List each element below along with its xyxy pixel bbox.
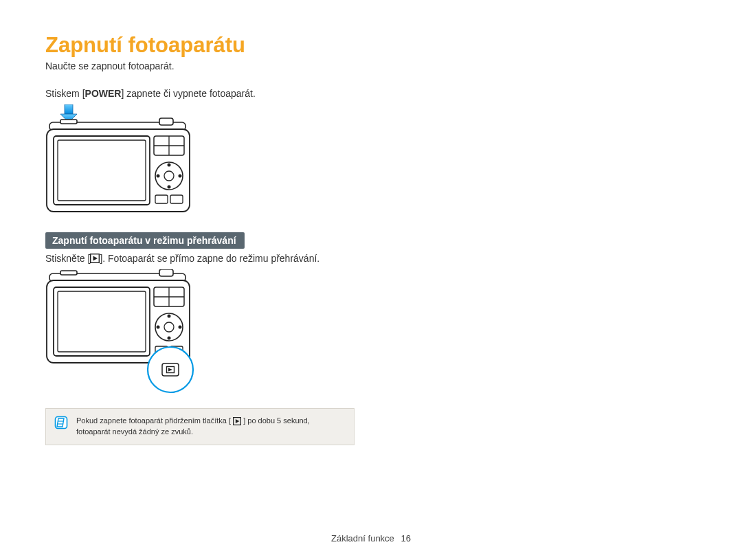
svg-marker-20 (93, 256, 98, 261)
instruction-power: Stiskem [POWER] zapnete či vypnete fotoa… (45, 88, 697, 99)
page-title: Zapnutí fotoaparátu (45, 33, 697, 58)
svg-rect-23 (159, 269, 173, 276)
document-page: Zapnutí fotoaparátu Naučte se zapnout fo… (0, 0, 742, 445)
svg-rect-0 (65, 104, 73, 114)
svg-point-32 (168, 315, 171, 318)
svg-point-12 (164, 171, 174, 181)
svg-point-35 (179, 326, 182, 329)
callout-note: Pokud zapnete fotoaparát přidržením tlač… (45, 408, 355, 445)
play-icon (233, 417, 241, 425)
svg-rect-17 (155, 195, 168, 203)
footer-page-number: 16 (401, 533, 410, 544)
svg-point-15 (157, 175, 160, 178)
instruction-playback: Stiskněte [ ]. Fotoaparát se přímo zapne… (45, 253, 697, 264)
instruction-pre: Stiskem [ (45, 88, 85, 99)
svg-rect-7 (58, 140, 146, 201)
callout-pre: Pokud zapnete fotoaparát přidržením tlač… (76, 416, 231, 425)
svg-rect-26 (58, 291, 146, 352)
instruction-bold: POWER (85, 88, 122, 99)
svg-point-33 (168, 337, 171, 340)
svg-point-13 (168, 164, 171, 167)
svg-point-31 (164, 322, 174, 332)
camera-illustration-2 (45, 269, 697, 399)
subheading-playback: Zapnutí fotoaparátu v režimu přehrávání (45, 232, 245, 249)
instruction2-pre: Stiskněte [ (45, 253, 90, 264)
svg-rect-4 (159, 118, 173, 125)
svg-rect-18 (170, 195, 183, 203)
svg-marker-47 (236, 419, 240, 423)
play-icon (90, 254, 100, 263)
svg-point-16 (179, 175, 182, 178)
svg-point-14 (168, 186, 171, 189)
camera-illustration-1 (45, 104, 697, 219)
svg-rect-3 (60, 120, 77, 124)
page-subtitle: Naučte se zapnout fotoaparát. (45, 60, 697, 71)
svg-point-34 (157, 326, 160, 329)
instruction-post: ] zapnete či vypnete fotoaparát. (121, 88, 255, 99)
instruction2-post: ]. Fotoaparát se přímo zapne do režimu p… (100, 253, 319, 264)
page-footer: Základní funkce 16 (0, 533, 742, 544)
info-icon (54, 416, 68, 429)
svg-rect-22 (60, 271, 77, 275)
footer-label: Základní funkce (331, 533, 394, 544)
